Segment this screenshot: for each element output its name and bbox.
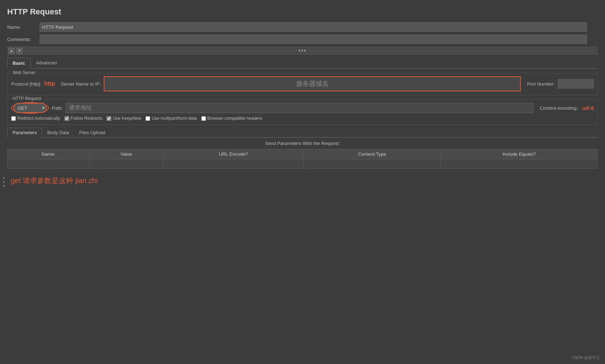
protocol-label: Protocol [http]: bbox=[11, 81, 41, 87]
comments-field-row: Comments: bbox=[7, 35, 598, 44]
comments-input[interactable] bbox=[40, 35, 587, 44]
server-name-label: Server Name or IP: bbox=[61, 81, 101, 87]
browser-headers-label: Browser-compatible headers bbox=[207, 116, 263, 121]
follow-redirects-checkbox[interactable] bbox=[64, 116, 69, 121]
browser-headers-checkbox[interactable] bbox=[201, 116, 206, 121]
cell-value bbox=[89, 159, 163, 169]
path-input[interactable] bbox=[66, 103, 533, 113]
col-url-encode: URL Encode? bbox=[163, 149, 304, 159]
col-value: Value bbox=[89, 149, 163, 159]
sub-tab-body-data[interactable]: Body Data bbox=[42, 128, 74, 137]
server-name-input[interactable] bbox=[104, 76, 520, 91]
web-server-title: Web Server bbox=[11, 70, 37, 75]
arrow-up-button[interactable]: ▲ bbox=[9, 48, 14, 54]
encoding-label: Content encoding: bbox=[540, 105, 578, 111]
multipart-checkbox[interactable] bbox=[145, 116, 150, 121]
arrow-down-button[interactable]: ▼ bbox=[17, 48, 22, 54]
http-request-section-title: HTTP Request bbox=[11, 96, 42, 101]
col-name: Name: bbox=[8, 149, 90, 159]
page-title: HTTP Request bbox=[7, 7, 598, 17]
cell-include-equals bbox=[440, 159, 597, 169]
encoding-value: utf-8 bbox=[582, 105, 594, 111]
multipart-label: Use multipart/form-data bbox=[152, 116, 197, 121]
left-dots-decoration bbox=[3, 177, 5, 187]
name-label: Name: bbox=[7, 24, 40, 30]
comments-label: Comments: bbox=[7, 37, 40, 42]
follow-redirects-option[interactable]: Follow Redirects bbox=[64, 116, 103, 121]
keep-alive-checkbox[interactable] bbox=[107, 116, 111, 121]
send-params-label: Send Parameters With the Request: bbox=[7, 141, 598, 146]
method-select[interactable]: GET POST PUT DELETE PATCH bbox=[13, 103, 47, 113]
main-container: HTTP Request Name: Comments: ▲ ▼ ••• Bas… bbox=[0, 0, 605, 364]
web-server-section: Web Server Protocol [http]: http Server … bbox=[7, 73, 598, 95]
redirect-auto-option[interactable]: Redirect Automatically bbox=[11, 116, 60, 121]
sub-tab-files-upload[interactable]: Files Upload bbox=[74, 128, 110, 137]
main-tabs-bar: Basic Advanced bbox=[7, 58, 598, 69]
method-path-row: GET POST PUT DELETE PATCH ▼ Path: Conten… bbox=[11, 102, 594, 114]
annotation-text: get 请求参数是这种 jian zhi bbox=[11, 176, 598, 186]
col-include-equals: Include Equals? bbox=[440, 149, 597, 159]
keep-alive-option[interactable]: Use KeepAlive bbox=[107, 116, 141, 121]
dots-icon: ••• bbox=[299, 47, 307, 54]
params-table: Name: Value URL Encode? Content-Type Inc… bbox=[7, 149, 598, 169]
redirect-auto-label: Redirect Automatically bbox=[17, 116, 60, 121]
tab-basic[interactable]: Basic bbox=[7, 58, 31, 69]
keep-alive-label: Use KeepAlive bbox=[113, 116, 141, 121]
cell-name bbox=[8, 159, 90, 169]
cell-url-encode bbox=[163, 159, 304, 169]
port-input[interactable] bbox=[558, 79, 594, 88]
sub-tab-parameters[interactable]: Parameters bbox=[7, 128, 42, 138]
options-row: Redirect Automatically Follow Redirects … bbox=[11, 116, 594, 121]
multipart-option[interactable]: Use multipart/form-data bbox=[145, 116, 197, 121]
divider-arrows: ▲ ▼ bbox=[9, 48, 22, 54]
table-row bbox=[8, 159, 598, 169]
sub-tabs-bar: Parameters Body Data Files Upload bbox=[7, 128, 598, 138]
name-input[interactable] bbox=[40, 22, 587, 32]
name-field-row: Name: bbox=[7, 22, 598, 32]
browser-headers-option[interactable]: Browser-compatible headers bbox=[201, 116, 263, 121]
cell-content-type bbox=[304, 159, 441, 169]
protocol-value: http bbox=[44, 81, 55, 87]
method-select-wrapper: GET POST PUT DELETE PATCH ▼ bbox=[11, 102, 49, 114]
follow-redirects-label: Follow Redirects bbox=[71, 116, 103, 121]
redirect-auto-checkbox[interactable] bbox=[11, 116, 16, 121]
watermark: CSDN @甜可儿 bbox=[572, 355, 600, 360]
divider-bar: ▲ ▼ ••• bbox=[7, 47, 598, 55]
port-label: Port Number: bbox=[527, 81, 555, 87]
path-label: Path: bbox=[52, 105, 63, 111]
tab-advanced[interactable]: Advanced bbox=[31, 58, 62, 68]
http-request-section: HTTP Request GET POST PUT DELETE PATCH ▼… bbox=[7, 99, 598, 125]
col-content-type: Content-Type bbox=[304, 149, 441, 159]
protocol-row: Protocol [http]: http Server Name or IP:… bbox=[11, 76, 594, 91]
